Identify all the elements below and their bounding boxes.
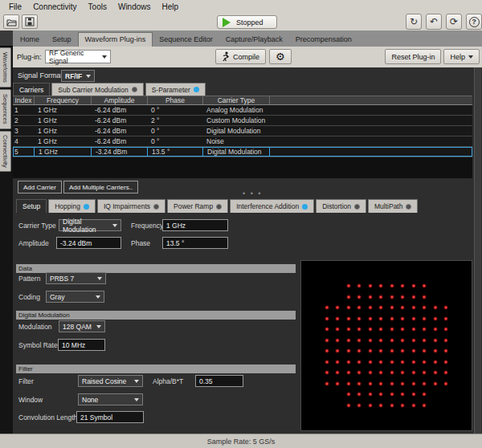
table-row[interactable]: 51 GHz-3.24 dBm13.5 °Digital Modulation	[13, 147, 472, 157]
menu-item-windows[interactable]: Windows	[112, 2, 157, 12]
menu-item-connectivity[interactable]: Connectivity	[27, 2, 82, 12]
sync-button[interactable]: ⟳	[446, 14, 462, 30]
carrier-type-dropdown[interactable]: Digital Modulation	[59, 219, 121, 231]
tab-distortion[interactable]: Distortion	[316, 199, 366, 213]
tab-iq-impairments[interactable]: IQ Impairments	[97, 199, 165, 213]
col-header-carrier-type[interactable]: Carrier Type	[202, 96, 269, 104]
cell-index[interactable]: 4	[13, 136, 34, 146]
side-tab-waveforms[interactable]: Waveforms	[0, 47, 11, 88]
cell-carrier-type[interactable]: Noise	[202, 136, 269, 146]
tab-s-parameter[interactable]: S-Parameter	[145, 83, 206, 96]
tab-carriers[interactable]: Carriers	[13, 83, 50, 96]
amplitude-field[interactable]: -3.24 dBm	[56, 237, 121, 249]
tab-home[interactable]: Home	[14, 33, 46, 47]
convolution-length-field[interactable]: 21 Symbol	[76, 411, 144, 423]
menu-item-file[interactable]: File	[3, 2, 27, 12]
cell-carrier-type[interactable]: Digital Modulation	[202, 147, 269, 157]
tab-setup[interactable]: Setup	[16, 199, 47, 213]
phase-field[interactable]: 13.5 °	[162, 237, 228, 249]
cell-frequency[interactable]: 1 GHz	[34, 147, 91, 157]
splitter-handle[interactable]: • • •	[243, 189, 262, 198]
cell-frequency[interactable]: 1 GHz	[34, 126, 91, 136]
col-header-frequency[interactable]: Frequency	[34, 96, 91, 104]
add-multiple-carriers-button[interactable]: Add Multiple Carriers..	[63, 181, 138, 193]
col-header-index[interactable]: Index	[13, 96, 34, 104]
constellation-point	[434, 317, 437, 320]
save-button[interactable]	[22, 14, 38, 29]
modulation-dropdown[interactable]: 128 QAM	[59, 320, 105, 332]
frequency-field[interactable]: 1 GHz	[162, 219, 228, 231]
cell-carrier-type[interactable]: Digital Modulation	[202, 126, 269, 136]
table-row[interactable]: 11 GHz-6.24 dBm0 °Analog Modulation	[13, 105, 472, 116]
window-dropdown[interactable]: None	[78, 393, 143, 405]
plugin-label: Plug-in:	[17, 53, 42, 61]
reset-plugin-button[interactable]: Reset Plug-in	[385, 49, 441, 64]
cell-index[interactable]: 5	[13, 147, 34, 157]
tab-multipath[interactable]: MultiPath	[368, 199, 418, 213]
constellation-point	[347, 284, 350, 287]
plugin-select-dropdown[interactable]: RF Generic Signal	[45, 50, 111, 63]
tab-power-ramp[interactable]: Power Ramp	[167, 199, 228, 213]
constellation-point	[357, 360, 361, 364]
cell-index[interactable]: 2	[13, 116, 34, 125]
constellation-point	[423, 393, 426, 396]
table-row[interactable]: 31 GHz-6.24 dBm0 °Digital Modulation	[13, 126, 472, 136]
constellation-point	[434, 306, 437, 309]
cell-phase[interactable]: 0 °	[147, 126, 202, 136]
undo-history-button[interactable]: ↶	[426, 14, 442, 30]
tab-hopping[interactable]: Hopping	[48, 199, 96, 213]
tab-waveform-plug-ins[interactable]: Waveform Plug-ins	[78, 32, 153, 47]
compile-settings-button[interactable]: ⚙	[269, 49, 292, 64]
table-row[interactable]: 41 GHz-6.24 dBm0 °Noise	[13, 136, 472, 147]
cell-amplitude[interactable]: -6.24 dBm	[91, 116, 147, 125]
cell-amplitude[interactable]: -6.24 dBm	[91, 136, 147, 146]
constellation-point	[390, 306, 394, 309]
menu-item-help[interactable]: Help	[157, 2, 185, 12]
tab-sequence-editor[interactable]: Sequence Editor	[153, 33, 219, 47]
signal-format-dropdown[interactable]: RF/IF	[61, 70, 95, 82]
tab-precompensation[interactable]: Precompensation	[289, 33, 358, 47]
col-header-amplitude[interactable]: Amplitude	[91, 96, 147, 104]
tab-setup[interactable]: Setup	[46, 33, 78, 47]
constellation-point	[444, 382, 447, 385]
tab-sub-carrier-modulation[interactable]: Sub Carrier Modulation	[51, 83, 143, 96]
add-carrier-button[interactable]: Add Carrier	[18, 181, 62, 193]
cell-frequency[interactable]: 1 GHz	[34, 116, 91, 125]
run-state-button[interactable]: Stopped	[217, 15, 277, 29]
side-tab-sequences[interactable]: Sequences	[0, 89, 11, 129]
cell-phase[interactable]: 0 °	[147, 136, 202, 146]
symbol-rate-field[interactable]: 10 MHz	[58, 339, 105, 351]
cell-phase[interactable]: 13.5 °	[147, 147, 202, 157]
cell-index[interactable]: 1	[13, 105, 34, 115]
open-file-button[interactable]	[3, 14, 19, 29]
col-header-phase[interactable]: Phase	[147, 96, 202, 104]
table-row[interactable]: 21 GHz-6.24 dBm2 °Custom Modulation	[13, 116, 472, 126]
pattern-dropdown[interactable]: PRBS 7	[46, 272, 106, 284]
vertical-scrollbar[interactable]	[474, 67, 481, 434]
cell-index[interactable]: 3	[13, 126, 34, 136]
alpha-bt-field[interactable]: 0.35	[195, 375, 243, 387]
constellation-point	[379, 371, 382, 374]
help-button[interactable]: ?	[466, 14, 482, 30]
side-tab-connectivity[interactable]: Connectivity	[0, 131, 11, 172]
coding-label: Coding	[18, 293, 40, 301]
cell-frequency[interactable]: 1 GHz	[34, 105, 91, 115]
tab-interference-addition[interactable]: Interference Addition	[230, 199, 314, 213]
cell-frequency[interactable]: 1 GHz	[34, 136, 91, 146]
cell-phase[interactable]: 2 °	[147, 116, 202, 125]
menu-item-tools[interactable]: Tools	[83, 2, 112, 12]
cell-amplitude[interactable]: -3.24 dBm	[91, 147, 147, 157]
coding-dropdown[interactable]: Gray	[46, 291, 104, 303]
tab-capture-playback[interactable]: Capture/Playback	[219, 33, 289, 47]
cell-carrier-type[interactable]: Custom Modulation	[202, 116, 269, 125]
help-menu-button[interactable]: Help	[443, 49, 480, 64]
cell-phase[interactable]: 0 °	[147, 105, 202, 115]
col-header-empty	[269, 96, 472, 104]
constellation-point	[347, 339, 350, 342]
cell-amplitude[interactable]: -6.24 dBm	[91, 105, 147, 115]
compile-button[interactable]: Compile	[215, 49, 266, 64]
cell-carrier-type[interactable]: Analog Modulation	[202, 105, 269, 115]
filter-dropdown[interactable]: Raised Cosine	[78, 375, 143, 387]
clock-refresh-button[interactable]: ↻	[406, 14, 422, 30]
cell-amplitude[interactable]: -6.24 dBm	[91, 126, 147, 136]
